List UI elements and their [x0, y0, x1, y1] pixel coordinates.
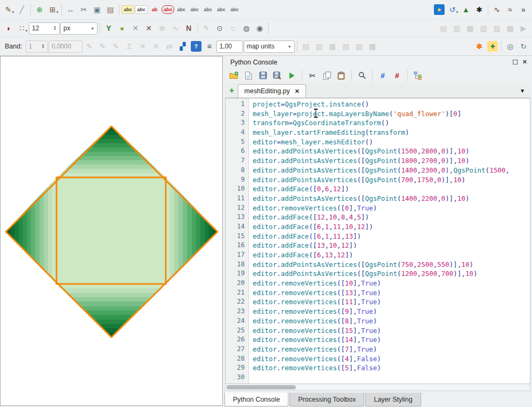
code-line[interactable]: editor.addPointsAsVertices([QgsPoint(120…	[253, 269, 530, 279]
width-field[interactable]: 1,00	[216, 40, 243, 53]
copy-features-icon[interactable]: ▣	[91, 3, 103, 16]
terrain-layer-icon[interactable]: ▲	[460, 3, 472, 16]
close-panel-icon[interactable]: ✕	[522, 59, 527, 66]
editor-hscrollbar[interactable]	[225, 384, 530, 391]
code-line[interactable]: editor.addFace([12,10,8,4,5])	[253, 213, 530, 222]
tab-list-icon[interactable]: ▼	[520, 88, 525, 94]
map-canvas[interactable]	[0, 56, 223, 406]
code-line[interactable]: project=QgsProject.instance()	[253, 100, 530, 109]
bottom-tab-processing-toolbox[interactable]: Processing Toolbox	[289, 393, 364, 406]
code-line[interactable]	[253, 373, 530, 382]
bottom-tab-layer-styling[interactable]: Layer Styling	[365, 393, 421, 406]
clear-selection-icon[interactable]: ✕	[129, 22, 142, 35]
open-in-editor-icon[interactable]	[243, 70, 254, 82]
code-line[interactable]: editor.removeVertices([10],True)	[253, 279, 530, 288]
code-line[interactable]: editor.removeVertices([5],False)	[253, 363, 530, 373]
cut-icon[interactable]: ✂	[307, 70, 318, 82]
flip-edges-icon[interactable]: N	[182, 22, 195, 35]
topology-checker-icon[interactable]: ∿	[490, 3, 503, 16]
save-as-icon[interactable]	[271, 70, 283, 82]
code-line[interactable]: editor.removeVertices([0],True)	[253, 204, 530, 213]
paste-icon[interactable]	[335, 70, 347, 82]
code-line[interactable]: editor.addFace([0,6,12])	[253, 184, 530, 194]
curved-label-icon[interactable]: abc	[215, 3, 228, 16]
highlight-labels-icon[interactable]: abo	[162, 3, 174, 16]
refresh-canvas-icon[interactable]: ↻	[517, 40, 530, 53]
find-text-icon[interactable]	[356, 70, 368, 82]
float-panel-icon[interactable]	[513, 60, 518, 64]
tab-meshediting[interactable]: meshEditing.py ✕	[238, 84, 306, 97]
select-by-expression-icon[interactable]: ◌	[227, 22, 239, 35]
identify-mesh-icon[interactable]: ◎	[504, 40, 517, 53]
change-label-icon[interactable]: abc	[201, 3, 214, 16]
code-line[interactable]: editor.removeVertices([4],False)	[253, 354, 530, 364]
code-line[interactable]: mesh_layer.startFrameEditing(transform)	[253, 128, 530, 137]
code-line[interactable]: editor.addFace([13,10,12])	[253, 241, 530, 250]
data-source-manager-icon[interactable]: ★	[433, 3, 446, 16]
mesh-calculator-icon[interactable]: ?	[190, 40, 203, 53]
layer-labeling-icon[interactable]: abc	[122, 3, 134, 16]
stroke-width-spinner[interactable]: 12▲▼	[29, 22, 60, 35]
select-all-icon[interactable]: ◉	[253, 22, 266, 35]
select-mesh-elements-icon[interactable]: ●	[116, 22, 128, 35]
digitize-segment-icon[interactable]: ╱	[15, 3, 28, 16]
code-line[interactable]: editor.addFace([6,13,12])	[253, 250, 530, 260]
band-spinner[interactable]: 1▲▼	[26, 40, 48, 53]
object-inspector-icon[interactable]	[412, 70, 424, 82]
code-line[interactable]: editor=mesh_layer.meshEditor()	[253, 137, 530, 147]
code-editor[interactable]: 1234567891011121314151617181920212223242…	[225, 98, 530, 384]
code-line[interactable]: editor.addPointsAsVertices([QgsPoint(750…	[253, 260, 530, 270]
open-script-icon[interactable]	[228, 70, 240, 82]
code-line[interactable]: editor.removeVertices([7],True)	[253, 345, 530, 354]
digitizing-options-icon[interactable]: ≡	[203, 40, 216, 53]
split-faces-icon[interactable]: ✕	[142, 22, 155, 35]
code-line[interactable]: editor.addPointsAsVertices([QgsPoint(140…	[253, 194, 530, 204]
pin-labels-icon[interactable]: ab	[148, 3, 161, 16]
layer-diagram-icon[interactable]: abc	[135, 3, 148, 16]
label-properties-icon[interactable]: abc	[228, 3, 241, 16]
code-line[interactable]: transform=QgsCoordinateTransform()	[253, 118, 530, 128]
hscroll-thumb[interactable]	[227, 385, 296, 389]
code-line[interactable]: editor.removeVertices([11],True)	[253, 297, 530, 307]
uncomment-icon[interactable]: #	[391, 70, 403, 82]
stroke-unit-combo[interactable]: px▼	[60, 22, 98, 35]
interpolate-z-icon[interactable]: ▞	[176, 40, 189, 53]
settings-gear-icon[interactable]: ✽	[473, 40, 486, 53]
code-line[interactable]: mesh_layer=project.mapLayersByName('quad…	[253, 109, 530, 119]
plugin-icon[interactable]: ✱	[473, 3, 486, 16]
band-value-field[interactable]: 0,0000	[49, 40, 83, 53]
mesh-digitizing-icon[interactable]: ◗	[2, 22, 15, 35]
tab-close-icon[interactable]: ✕	[295, 88, 300, 95]
save-icon[interactable]	[257, 70, 269, 82]
code-line[interactable]: editor.removeVertices([8],True)	[253, 316, 530, 326]
rotate-label-icon[interactable]: abc	[188, 3, 201, 16]
code-line[interactable]: editor.removeVertices([15],True)	[253, 326, 530, 336]
add-vertices-icon[interactable]: ⊕	[33, 3, 46, 16]
code-line[interactable]: editor.addFace([6,1,11,10,12])	[253, 222, 530, 232]
current-edits-icon[interactable]: ✎▾	[2, 3, 15, 16]
comment-icon[interactable]: #	[377, 70, 389, 82]
code-line[interactable]: editor.removeVertices([13],True)	[253, 288, 530, 298]
new-tab-icon[interactable]: +	[229, 86, 234, 95]
move-label-icon[interactable]: abc	[175, 3, 188, 16]
code-line[interactable]: editor.addFace([6,1,11,13])	[253, 232, 530, 241]
select-by-polygon-icon[interactable]: ⊙	[213, 22, 226, 35]
code-line[interactable]: editor.addPointsAsVertices([QgsPoint(140…	[253, 166, 530, 175]
select-isolated-vertices-icon[interactable]: ◍	[240, 22, 253, 35]
code-line[interactable]: editor.removeVertices([9],True)	[253, 307, 530, 316]
digitize-mesh-icon[interactable]: Y	[102, 22, 115, 35]
bottom-tab-python-console[interactable]: Python Console	[224, 393, 288, 406]
vertex-tool-icon[interactable]: ⊞▾	[46, 3, 59, 16]
run-script-icon[interactable]	[286, 70, 297, 82]
toolbar-overflow-icon[interactable]: »	[517, 3, 530, 16]
code-line[interactable]: editor.addPointsAsVertices([QgsPoint(180…	[253, 156, 530, 166]
undo-redo-icon[interactable]: ↺▾	[446, 3, 459, 16]
code-line[interactable]: editor.addPointsAsVertices([QgsPoint(700…	[253, 175, 530, 185]
code-line[interactable]: editor.addPointsAsVertices([QgsPoint(150…	[253, 146, 530, 156]
cut-features-icon[interactable]: ✂	[77, 3, 90, 16]
copy-icon[interactable]	[321, 70, 333, 82]
code-area[interactable]: project=QgsProject.instance()mesh_layer=…	[249, 99, 530, 384]
move-feature-icon[interactable]: ↔	[64, 3, 77, 16]
add-mesh-layer-icon[interactable]: ✚	[486, 40, 499, 53]
units-combo[interactable]: map units▼	[244, 40, 295, 53]
